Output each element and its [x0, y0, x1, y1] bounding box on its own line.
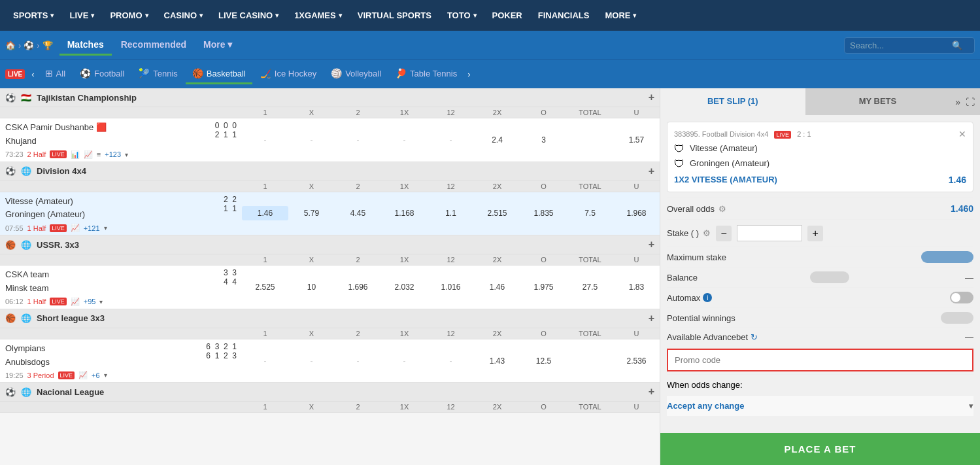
vitesse-odd-x[interactable]: 5.79 — [288, 206, 335, 220]
nav-poker[interactable]: POKER — [486, 7, 529, 24]
vitesse-odd-1[interactable]: 1.46 — [242, 206, 288, 220]
home-icon[interactable]: 🏠 — [5, 41, 16, 50]
sport-tab-volleyball[interactable]: 🏐 Volleyball — [324, 64, 388, 84]
cska-odd-total[interactable]: 27.5 — [567, 280, 613, 294]
match-row-olympians-anubis: Olympians Anubisdogs 6 3 2 1 6 1 2 3 19:… — [0, 339, 660, 383]
nav-casino[interactable]: CASINO ▾ — [158, 7, 210, 24]
nav-live-casino[interactable]: LIVE CASINO ▾ — [212, 7, 285, 24]
accept-chevron-icon[interactable]: ▾ — [969, 401, 973, 411]
bet-close-btn[interactable]: ✕ — [958, 129, 966, 139]
nav-sports[interactable]: SPORTS ▾ — [7, 7, 60, 24]
sport-tab-table-tennis[interactable]: 🏓 Table Tennis — [389, 64, 464, 84]
olympians-chart-icon[interactable]: 📈 — [78, 371, 88, 379]
cska-odd-x[interactable]: 10 — [288, 280, 335, 294]
cska-expand[interactable]: ▾ — [99, 298, 103, 305]
nav-virtual-sports[interactable]: VIRTUAL SPORTS — [351, 7, 438, 24]
promo-code-input[interactable] — [667, 349, 973, 371]
nav-toto[interactable]: TOTO ▾ — [441, 7, 483, 24]
search-input[interactable] — [850, 41, 948, 50]
sport-tab-ice-hockey[interactable]: 🏒 Ice Hockey — [254, 64, 323, 84]
vitesse-odd-1x[interactable]: 1.168 — [381, 206, 428, 220]
cska-more-odds[interactable]: +95 — [84, 298, 96, 305]
tab-my-bets[interactable]: MY BETS — [805, 88, 951, 115]
ussr-add-icon[interactable]: + — [649, 239, 654, 250]
cska-odd-2[interactable]: 1.696 — [335, 280, 381, 294]
cska-odd-u[interactable]: 1.83 — [613, 280, 660, 294]
vitesse-chart-icon[interactable]: 📈 — [71, 224, 80, 232]
more-odds-btn[interactable]: +123 — [105, 150, 121, 158]
vitesse-expand[interactable]: ▾ — [104, 224, 107, 232]
olympians-time: 19:25 — [5, 371, 24, 379]
nav-live[interactable]: LIVE ▾ — [63, 7, 101, 24]
minsk-score: 4 4 — [224, 277, 237, 286]
stake-minus-btn[interactable]: − — [716, 226, 732, 241]
bs-resize-icon[interactable]: ⛶ — [966, 97, 975, 107]
division-add-icon[interactable]: + — [649, 165, 654, 177]
olymp-odd-x: - — [288, 354, 335, 368]
vitesse-more-odds[interactable]: +121 — [84, 224, 100, 232]
league-header-tajikistan: ⚽ 🇹🇯 Tajikistan Championship + — [0, 88, 660, 107]
half-info: 2 Half — [27, 150, 46, 158]
vitesse-odd-u[interactable]: 1.968 — [613, 206, 660, 220]
prev-sport-icon[interactable]: ‹ — [29, 67, 37, 82]
odd-o[interactable]: 3 — [520, 133, 567, 147]
tab-more[interactable]: More ▾ — [195, 35, 240, 56]
sport-tab-all[interactable]: ⊞ All — [39, 64, 72, 84]
cska-odd-o[interactable]: 1.975 — [520, 280, 567, 294]
vitesse-odd-2x[interactable]: 2.515 — [474, 206, 520, 220]
odd-total — [567, 137, 613, 143]
stake-input[interactable] — [737, 225, 802, 241]
cska-chart-icon[interactable]: 📈 — [71, 298, 80, 306]
nacional-sport-icon: ⚽ — [5, 387, 16, 397]
nav-financials[interactable]: FINANCIALS — [532, 7, 596, 24]
automax-info-icon[interactable]: i — [703, 293, 712, 302]
chart-icon[interactable]: 📈 — [84, 150, 93, 159]
cska-odd-1[interactable]: 2.525 — [242, 280, 288, 294]
vitesse-odd-12[interactable]: 1.1 — [428, 206, 474, 220]
nav-promo[interactable]: PROMO ▾ — [103, 7, 154, 24]
advancebet-refresh-icon[interactable]: ↻ — [751, 332, 758, 342]
vitesse-odd-o[interactable]: 1.835 — [520, 206, 567, 220]
sport-tab-tennis[interactable]: 🎾 Tennis — [132, 64, 184, 84]
olympians-more-odds[interactable]: +6 — [92, 371, 100, 379]
olymp-odd-2x[interactable]: 1.43 — [474, 354, 520, 368]
ball-icon[interactable]: ⚽ — [24, 41, 34, 50]
tab-recommended[interactable]: Recommended — [113, 35, 194, 56]
olymp-odd-2: - — [335, 354, 381, 368]
nav-more[interactable]: MORE ▾ — [598, 7, 643, 24]
short-add-icon[interactable]: + — [649, 313, 654, 324]
trophy-icon[interactable]: 🏆 — [42, 41, 53, 50]
odd-u[interactable]: 1.57 — [613, 133, 660, 147]
stats-icon[interactable]: 📊 — [71, 150, 80, 159]
olympians-expand[interactable]: ▾ — [104, 371, 107, 379]
vitesse-odd-2[interactable]: 4.45 — [335, 206, 381, 220]
sport-tab-basketball[interactable]: 🏀 Basketball — [186, 64, 252, 84]
list-icon[interactable]: ≡ — [97, 150, 101, 158]
league-add-icon[interactable]: + — [649, 92, 654, 103]
search-icon[interactable]: 🔍 — [952, 41, 962, 50]
match-time: 73:23 — [5, 150, 24, 158]
odd-2x[interactable]: 2.4 — [474, 133, 520, 147]
next-sport-icon[interactable]: › — [465, 67, 473, 82]
accept-any-change-label[interactable]: Accept any change — [667, 401, 745, 411]
place-bet-button[interactable]: PLACE A BET — [660, 433, 980, 465]
olympians-live: LIVE — [58, 371, 75, 379]
sport-tab-football[interactable]: ⚽ Football — [73, 64, 131, 84]
vitesse-odd-total[interactable]: 7.5 — [567, 206, 613, 220]
olymp-odd-o[interactable]: 12.5 — [520, 354, 567, 368]
olymp-odd-u[interactable]: 2.536 — [613, 354, 660, 368]
cska-odd-1x[interactable]: 2.032 — [381, 280, 428, 294]
tab-matches[interactable]: Matches — [59, 35, 112, 56]
expand-btn[interactable]: ▾ — [125, 151, 128, 158]
automax-toggle[interactable] — [950, 292, 973, 303]
stake-gear-icon[interactable]: ⚙ — [703, 228, 711, 238]
cska-odd-2x[interactable]: 1.46 — [474, 280, 520, 294]
cska-odd-12[interactable]: 1.016 — [428, 280, 474, 294]
bs-double-chevron-icon[interactable]: » — [955, 97, 960, 107]
tab-bet-slip[interactable]: BET SLIP (1) — [660, 88, 805, 115]
nacional-add-icon[interactable]: + — [649, 386, 654, 398]
nav-1xgames[interactable]: 1XGAMES ▾ — [288, 7, 348, 24]
stake-plus-btn[interactable]: + — [807, 226, 823, 241]
football-icon: ⚽ — [80, 68, 91, 78]
overall-odds-gear-icon[interactable]: ⚙ — [718, 204, 726, 214]
